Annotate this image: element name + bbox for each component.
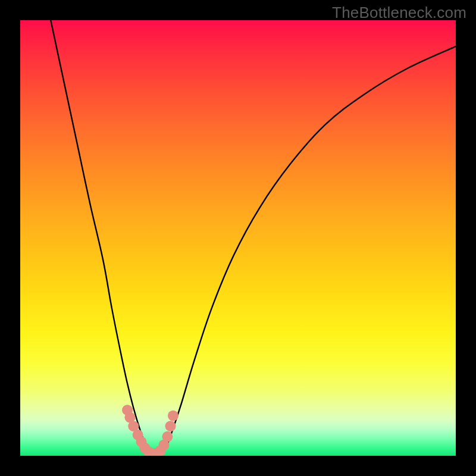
- bottleneck-curve: [51, 20, 456, 456]
- notch-marker-dots: [122, 405, 178, 456]
- watermark-text: TheBottleneck.com: [332, 4, 466, 22]
- chart-frame: TheBottleneck.com: [0, 0, 476, 476]
- bottleneck-curve-svg: [20, 20, 456, 456]
- notch-dot: [168, 411, 178, 421]
- plot-area: [20, 20, 456, 456]
- notch-dot: [165, 421, 176, 431]
- notch-dot: [162, 431, 173, 442]
